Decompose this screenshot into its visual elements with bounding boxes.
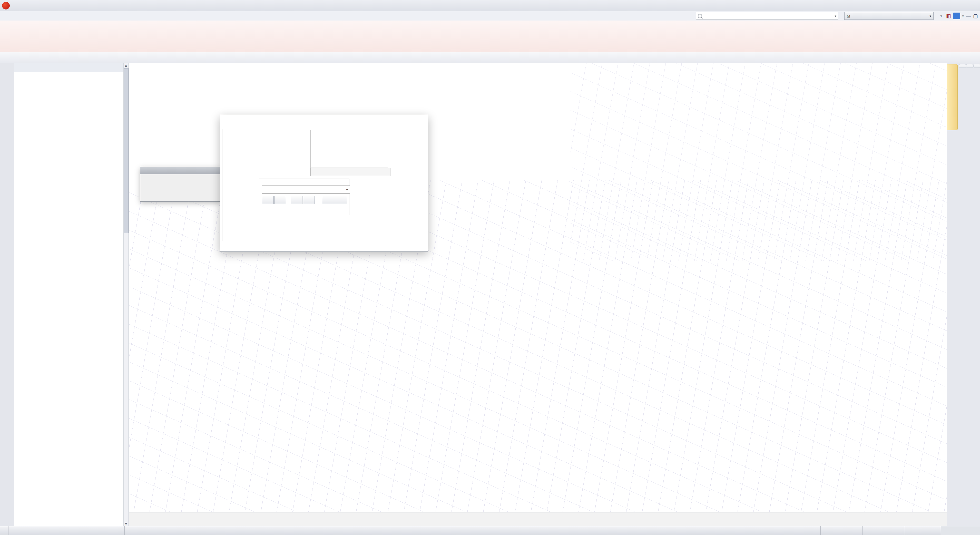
combination-group: ▾: [259, 178, 349, 215]
chevron-down-icon[interactable]: ▾: [962, 14, 964, 18]
chevron-down-icon: ▾: [346, 188, 348, 192]
next-mode-button[interactable]: [291, 196, 302, 204]
structure-tree-panel: ▲ ▼: [14, 63, 129, 526]
view-menu[interactable]: ▾: [935, 12, 944, 19]
combination-combo[interactable]: ▾: [262, 186, 350, 194]
close-button[interactable]: [965, 0, 980, 11]
right-toolbar-3: [973, 64, 980, 68]
status-bar: [0, 526, 980, 535]
command-console[interactable]: [129, 512, 947, 526]
status-state: [8, 526, 125, 535]
model-viewport[interactable]: ▾: [129, 63, 947, 512]
tree-body: [14, 72, 129, 526]
left-tool-strip: [0, 63, 14, 526]
first-mode-button[interactable]: [262, 196, 274, 204]
status-end: [941, 526, 980, 535]
search-dropdown-icon[interactable]: ▾: [835, 14, 837, 18]
status-unit[interactable]: [821, 526, 862, 535]
window-controls: [935, 0, 980, 11]
help-button[interactable]: [953, 13, 960, 19]
status-scale[interactable]: [862, 526, 904, 535]
title-bar: [0, 0, 980, 11]
dialog-nav-list: [222, 129, 259, 241]
scroll-up-icon[interactable]: ▲: [124, 63, 128, 68]
chevron-down-icon: ▾: [930, 14, 932, 18]
tree-panel-header: [14, 63, 129, 72]
status-zoom[interactable]: [904, 526, 941, 535]
scrollbar-thumb[interactable]: [124, 68, 129, 233]
minimize-button[interactable]: [935, 0, 950, 11]
play-button[interactable]: [322, 196, 347, 204]
ribbon: [0, 21, 980, 52]
scroll-down-icon[interactable]: ▼: [124, 521, 128, 526]
scale-factor-input[interactable]: [310, 168, 390, 176]
deformed-building-model: [393, 116, 752, 512]
search-input[interactable]: [704, 13, 835, 19]
right-toolbar-1: [959, 64, 966, 68]
last-mode-button[interactable]: [303, 196, 315, 204]
maximize-button[interactable]: [950, 0, 965, 11]
menu-bar-right: ▾ ⊠ ▾ ▾ ◧ ▾ — ▢: [696, 12, 978, 20]
right-tool-panel: [947, 63, 980, 526]
displacement-component-group: [310, 130, 388, 168]
coordinate-box-header[interactable]: [140, 167, 220, 174]
style-combo-icon: ⊠: [846, 14, 850, 19]
ribbon-minimize-icon[interactable]: —: [966, 13, 971, 19]
prev-mode-button[interactable]: [274, 196, 286, 204]
search-icon: [698, 14, 702, 18]
style-combo[interactable]: ⊠ ▾: [844, 12, 934, 20]
menu-bar: ▾ ⊠ ▾ ▾ ◧ ▾ — ▢: [0, 11, 980, 21]
drawing-toolbar: [0, 52, 980, 64]
app-logo-icon: [2, 2, 10, 10]
visualization-dialog: ▾: [220, 115, 428, 252]
command-search: ▾: [696, 12, 838, 20]
report-preview-tab[interactable]: [947, 64, 958, 131]
display-settings-icon[interactable]: ◧: [946, 13, 951, 19]
right-toolbar-2: [966, 64, 973, 68]
coordinate-box: [140, 167, 221, 202]
tree-scrollbar[interactable]: ▲ ▼: [123, 63, 129, 526]
status-selection: [0, 526, 8, 535]
chevron-down-icon: ▾: [940, 14, 942, 18]
ribbon-restore-icon[interactable]: ▢: [973, 13, 978, 19]
